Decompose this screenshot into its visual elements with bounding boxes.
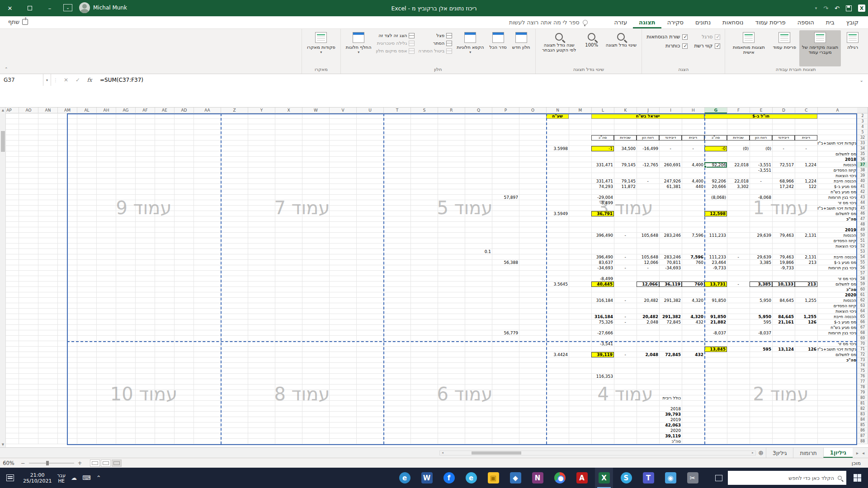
cell-N34[interactable]: 3.5998 [546,146,569,151]
view-button-0[interactable]: רגילה [842,30,863,66]
cell-L58[interactable]: -8,499 [591,276,614,282]
cell-A37[interactable]: הכנסות [843,162,857,168]
row-header-3[interactable]: 3 [857,119,868,124]
cell-I54[interactable]: 283,246 [659,254,682,260]
camera-taskbar-button[interactable]: ◉ [661,468,679,488]
cell-I85[interactable]: 42,063 [659,422,682,428]
column-header-AL[interactable]: AL [77,108,96,113]
cell-D32[interactable]: דיבידנד [772,135,795,141]
zoom-button-0[interactable]: שינוי גודל תצוגה [604,30,639,66]
row-header-78[interactable]: 78 [857,385,868,390]
cell-A54[interactable]: הכנסה חייבת [833,254,857,260]
column-header-Y[interactable]: Y [248,108,275,113]
cell-H34[interactable]: - [682,146,704,151]
task-view-button[interactable] [710,468,728,488]
column-header-R[interactable]: R [438,108,465,113]
column-header-J[interactable]: J [637,108,659,113]
cell-I56[interactable]: -34,693 [659,265,682,271]
cell-A59[interactable]: מס לתשלום [835,282,857,287]
cell-K72[interactable]: - [614,352,637,357]
cell-A63[interactable]: קיזוז הפסדים [833,303,857,309]
ribbon-tab-5[interactable]: נתונים [689,17,717,28]
window-button[interactable]: חלון חדש [510,30,533,66]
cell-A42[interactable]: מס מגיע בש"ח [830,189,857,195]
cell-D40[interactable]: 68,966 [772,178,795,184]
cell-I65[interactable]: 291,382 [659,314,682,319]
cell-L50[interactable]: 396,490 [591,233,614,238]
window-button[interactable]: סדר הכל [487,30,509,66]
column-header-AM[interactable]: AM [57,108,77,113]
column-header-T[interactable]: T [383,108,410,113]
row-header-34[interactable]: 34 [857,146,868,151]
cell-L43[interactable]: -29,004 [591,195,614,200]
action-center-icon[interactable] [6,474,14,481]
cell-A64[interactable]: ניכוי הוצאות [835,309,857,314]
cell-C50[interactable]: 2,131 [795,233,817,238]
row-header-37[interactable]: 37 [857,162,868,168]
cell-I37[interactable]: 260,691 [659,162,682,168]
cell-D34[interactable]: - [772,146,795,151]
cell-A41[interactable]: מס מגיע ב-$ [833,184,857,189]
sheet-tab-1[interactable]: תרומות [793,448,823,458]
cell-J32[interactable]: רווח הון [637,135,659,141]
cell-C34[interactable]: - [795,146,817,151]
cell-E62[interactable]: 5,950 [750,298,772,303]
cell-G56[interactable]: -9,733 [704,265,727,271]
cell-E66[interactable]: 595 [750,319,772,325]
cell-L70[interactable]: -3,541 [591,341,614,347]
cell-P43[interactable]: 57,897 [492,195,519,200]
spreadsheet-grid[interactable]: ACDEFGHIJKLMNOPQRSTUVWXYZAAADAEAFAGAHALA… [0,108,868,447]
cell-A70[interactable]: ניכוי מס זר [837,341,857,347]
zoom-button-1[interactable]: 100% [581,30,603,66]
row-header-69[interactable]: 69 [857,336,868,341]
vertical-scroll-thumb[interactable] [1,131,5,152]
cell-A46[interactable]: מס לתשלום [835,211,857,216]
tab-nav-right-icon[interactable]: ◂ [862,450,864,455]
zoom-level[interactable]: 60% [0,460,17,466]
row-header-79[interactable]: 79 [857,390,868,395]
cell-L66[interactable]: 75,326 [591,319,614,325]
name-box[interactable]: G37 [0,74,43,86]
row-header-57[interactable]: 57 [857,271,868,276]
scroll-up-icon[interactable]: ▲ [0,108,6,113]
cell-H37[interactable]: 4,400 [682,162,704,168]
language-indicator[interactable]: עבר HE [57,473,66,483]
row-header-2[interactable]: 2 [857,113,868,119]
row-header-36[interactable]: 36 [857,157,868,162]
column-header-AE[interactable]: AE [155,108,174,113]
cell-C54[interactable]: 2,131 [795,254,817,260]
excel-taskbar-button[interactable]: X [595,468,613,488]
zoom-in-icon[interactable]: + [78,460,82,466]
cell-H40[interactable]: 4,400 [682,178,704,184]
cell-D65[interactable]: 84,645 [772,314,795,319]
horizontal-scroll-thumb[interactable] [472,451,521,455]
onedrive-icon[interactable]: ☁ [71,474,77,481]
qat-customize-icon[interactable]: ▾ [815,6,817,10]
row-header-33[interactable]: 33 [857,141,868,146]
show-option-0[interactable]: סרגל [694,34,720,40]
word-taskbar-button[interactable]: W [418,468,436,488]
column-header-H[interactable]: H [682,108,704,113]
cell-H41[interactable]: 440 [682,184,704,189]
row-header-49[interactable]: 49 [857,227,868,233]
column-header-S[interactable]: S [410,108,438,113]
cell-K40[interactable]: 79,145 [614,178,637,184]
cell-A73[interactable]: סה"כ [845,357,857,363]
cell-A39[interactable]: ניכוי הוצאות [835,173,857,178]
cell-J59[interactable]: 12,066 [637,282,659,287]
column-header-G[interactable]: G [704,108,727,113]
cell-D62[interactable]: 84,645 [772,298,795,303]
row-header-87[interactable]: 87 [857,433,868,439]
cell-H32[interactable]: ריבית [682,135,704,141]
facebook-taskbar-button[interactable]: f [440,468,458,488]
cell-I72[interactable]: 72,845 [659,352,682,357]
column-header-O[interactable]: O [519,108,546,113]
cell-L44[interactable]: -8,499 [591,200,614,206]
cell-K62[interactable]: - [614,298,637,303]
row-header-76[interactable]: 76 [857,374,868,379]
row-header-85[interactable]: 85 [857,422,868,428]
vertical-scrollbar[interactable]: ▲ ▼ [0,108,6,447]
edge-taskbar-button[interactable]: e [396,468,414,488]
column-header-U[interactable]: U [356,108,383,113]
cell-A40[interactable]: הכנסה חייבת [833,178,857,184]
